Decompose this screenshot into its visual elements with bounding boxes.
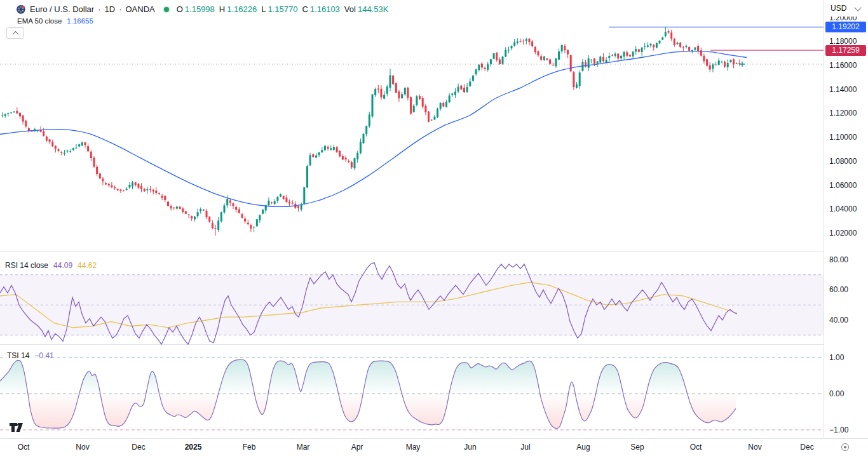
price-axis[interactable]: USD 1.200001.180001.160001.140001.120001… bbox=[824, 0, 868, 438]
time-axis-label: Jun bbox=[464, 443, 476, 452]
time-axis-label: Nov bbox=[76, 443, 89, 452]
ema-indicator-name: EMA 50 close bbox=[17, 17, 62, 25]
price-axis-label: 1.04000 bbox=[829, 205, 857, 213]
timezone-target-icon[interactable] bbox=[841, 443, 849, 451]
rsi-legend[interactable]: RSI 14 close 44.09 44.62 bbox=[5, 261, 97, 270]
time-axis-label: Sep bbox=[630, 443, 644, 452]
rsi-axis-label: 40.00 bbox=[829, 316, 848, 325]
symbol-legend[interactable]: Euro / U.S. Dollar · 1D · OANDA O1.15998… bbox=[17, 4, 388, 15]
price-axis-label: 1.08000 bbox=[829, 157, 857, 166]
price-axis-label: 1.16000 bbox=[829, 61, 857, 70]
tsi-axis-label: 1.00 bbox=[829, 353, 844, 362]
time-axis-label: Dec bbox=[800, 443, 813, 452]
price-axis-label: 1.06000 bbox=[829, 181, 857, 190]
market-status-dot bbox=[164, 7, 169, 12]
tsi-indicator-name: TSI 14 bbox=[7, 351, 29, 360]
price-axis-unit-selector[interactable]: USD bbox=[824, 0, 868, 17]
ohlc-field-value: 144.53K bbox=[358, 4, 388, 15]
ohlc-field-label: Vol bbox=[344, 4, 356, 15]
time-axis-label: Aug bbox=[576, 443, 590, 452]
price-axis-label: 1.14000 bbox=[829, 85, 857, 94]
ohlc-field-value: 1.15770 bbox=[268, 4, 297, 15]
time-axis[interactable]: OctNovDec2025FebMarAprMayJunJulAugSepOct… bbox=[0, 438, 868, 456]
time-axis-label: May bbox=[406, 443, 421, 452]
chevron-up-icon bbox=[12, 30, 18, 37]
last-bar-marker-icon bbox=[740, 62, 745, 67]
timeframe[interactable]: 1D bbox=[105, 4, 116, 15]
ema-indicator-value: 1.16655 bbox=[67, 17, 93, 25]
time-axis-label: Mar bbox=[297, 443, 310, 452]
ema-legend[interactable]: EMA 50 close 1.16655 bbox=[17, 17, 93, 25]
ohlc-field-label: L bbox=[261, 4, 266, 15]
price-axis-label: 1.10000 bbox=[829, 133, 857, 142]
price-axis-label: 1.12000 bbox=[829, 109, 857, 117]
collapse-legend-button[interactable] bbox=[6, 27, 24, 39]
candlestick-series[interactable] bbox=[1, 27, 740, 236]
time-axis-label: Oct bbox=[690, 443, 702, 452]
ohlc-field-label: H bbox=[219, 4, 225, 15]
time-axis-label: Apr bbox=[351, 443, 363, 452]
ohlc-field-value: 1.16226 bbox=[227, 4, 257, 15]
tsi-value: −0.41 bbox=[34, 351, 53, 360]
price-level-badge[interactable]: 1.17259 bbox=[825, 45, 866, 56]
ohlc-field-label: C bbox=[302, 4, 308, 15]
rsi-value: 44.09 bbox=[53, 261, 72, 270]
time-axis-label: Nov bbox=[748, 443, 761, 452]
ohlc-field-value: 1.15998 bbox=[185, 4, 215, 15]
rsi-indicator-name: RSI 14 close bbox=[5, 261, 48, 270]
tsi-axis-label: −1.00 bbox=[829, 426, 848, 434]
tradingview-logo[interactable] bbox=[9, 422, 26, 433]
tsi-legend[interactable]: TSI 14 −0.41 bbox=[5, 351, 56, 360]
time-axis-label: Jul bbox=[520, 443, 530, 452]
time-axis-label: Oct bbox=[18, 443, 30, 452]
unit-label: USD bbox=[831, 4, 846, 13]
title-separator: · bbox=[98, 4, 100, 15]
time-axis-label: 2025 bbox=[185, 443, 202, 452]
ohlc-field-value: 1.16103 bbox=[310, 4, 340, 15]
price-axis-label: 1.02000 bbox=[829, 229, 857, 238]
rsi-ma-value: 44.62 bbox=[78, 261, 97, 270]
ohlc-field-label: O bbox=[177, 4, 183, 15]
symbol-title[interactable]: Euro / U.S. Dollar bbox=[30, 4, 94, 15]
tradingview-chart-app: Euro / U.S. Dollar · 1D · OANDA O1.15998… bbox=[0, 0, 868, 456]
rsi-axis-label: 60.00 bbox=[829, 285, 848, 294]
time-axis-label: Dec bbox=[132, 443, 145, 452]
rsi-axis-label: 80.00 bbox=[829, 255, 848, 264]
chart-canvas[interactable] bbox=[0, 0, 824, 438]
tsi-axis-label: 0.00 bbox=[829, 389, 844, 398]
time-axis-label: Feb bbox=[243, 443, 256, 452]
price-level-badge[interactable]: 1.19202 bbox=[825, 22, 866, 32]
ohlc-values: O1.15998H1.16226L1.15770C1.16103Vol144.5… bbox=[177, 4, 389, 15]
chevron-down-icon bbox=[855, 4, 862, 11]
eurusd-pair-icon bbox=[17, 4, 26, 14]
title-separator: · bbox=[119, 4, 121, 15]
exchange-name[interactable]: OANDA bbox=[125, 4, 154, 15]
